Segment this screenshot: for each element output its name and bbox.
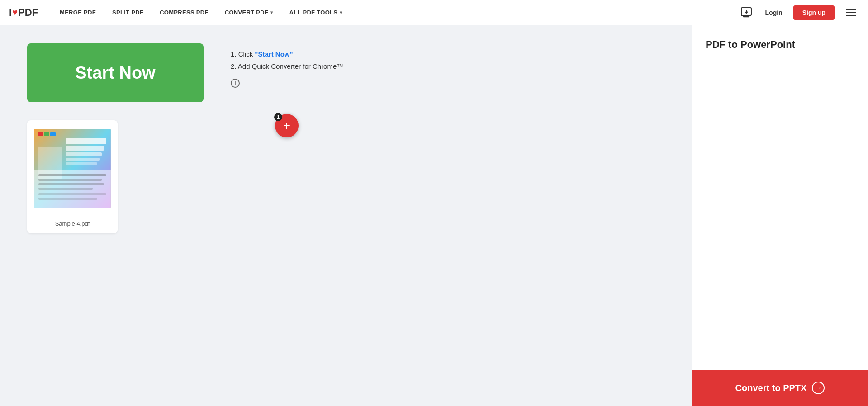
instructions-panel: 1. Click "Start Now" 2. Add Quick Conver…	[231, 43, 343, 88]
instruction-line-2: 2. Add Quick Converter for Chrome™	[231, 60, 343, 72]
header-right: Login Sign up	[738, 5, 859, 21]
download-app-button[interactable]	[738, 5, 754, 21]
info-icon[interactable]: i	[231, 79, 240, 88]
file-card[interactable]: Sample 4.pdf	[27, 120, 118, 233]
main-nav: MERGE PDF SPLIT PDF COMPRESS PDF CONVERT…	[52, 0, 738, 25]
arrow-circle-icon: →	[812, 382, 825, 394]
right-sidebar: PDF to PowerPoint Convert to PPTX →	[692, 25, 868, 406]
svg-rect-15	[38, 174, 106, 176]
file-name: Sample 4.pdf	[55, 220, 90, 227]
svg-rect-11	[66, 162, 97, 165]
page-layout: Start Now 1. Click "Start Now" 2. Add Qu…	[0, 25, 868, 406]
main-area: Start Now 1. Click "Start Now" 2. Add Qu…	[0, 25, 692, 406]
nav-compress-pdf[interactable]: COMPRESS PDF	[152, 0, 217, 25]
nav-all-pdf-tools[interactable]: ALL PDF TOOLS ▾	[281, 0, 351, 25]
svg-rect-12	[38, 132, 43, 136]
all-tools-chevron-icon: ▾	[340, 10, 342, 15]
instruction-line-1: 1. Click "Start Now"	[231, 48, 343, 60]
files-count-badge: 1	[274, 113, 282, 121]
svg-rect-18	[38, 188, 93, 190]
svg-rect-13	[44, 132, 49, 136]
convert-to-pptx-button[interactable]: Convert to PPTX →	[692, 370, 868, 406]
start-now-link: "Start Now"	[255, 50, 293, 58]
svg-rect-7	[66, 138, 106, 144]
file-thumbnail	[34, 127, 111, 209]
add-files-button[interactable]: 1 +	[275, 114, 299, 137]
login-button[interactable]: Login	[761, 6, 787, 19]
sidebar-content	[692, 60, 868, 370]
sidebar-title: PDF to PowerPoint	[692, 25, 868, 60]
logo-heart-icon: ♥	[12, 7, 18, 18]
svg-rect-20	[38, 198, 97, 200]
hamburger-line	[846, 9, 856, 10]
logo[interactable]: I ♥ PDF	[9, 7, 38, 19]
files-area: Sample 4.pdf 1 +	[27, 120, 664, 233]
top-section: Start Now 1. Click "Start Now" 2. Add Qu…	[27, 43, 664, 102]
hamburger-line	[846, 12, 856, 13]
svg-rect-14	[50, 132, 56, 136]
nav-merge-pdf[interactable]: MERGE PDF	[52, 0, 104, 25]
plus-icon: +	[283, 119, 290, 132]
menu-button[interactable]	[844, 7, 859, 19]
start-now-button[interactable]: Start Now	[27, 43, 204, 102]
header: I ♥ PDF MERGE PDF SPLIT PDF COMPRESS PDF…	[0, 0, 868, 25]
svg-rect-16	[38, 179, 102, 181]
svg-rect-8	[66, 146, 104, 151]
svg-rect-9	[66, 152, 102, 156]
logo-i: I	[9, 7, 12, 19]
svg-rect-6	[38, 147, 62, 179]
nav-split-pdf[interactable]: SPLIT PDF	[104, 0, 152, 25]
convert-pdf-chevron-icon: ▾	[270, 10, 273, 15]
svg-rect-10	[66, 158, 100, 161]
hamburger-line	[846, 15, 856, 16]
svg-rect-17	[38, 183, 104, 185]
logo-pdf: PDF	[18, 7, 38, 19]
nav-convert-pdf[interactable]: CONVERT PDF ▾	[217, 0, 281, 25]
signup-button[interactable]: Sign up	[793, 5, 835, 20]
svg-rect-19	[38, 193, 106, 195]
